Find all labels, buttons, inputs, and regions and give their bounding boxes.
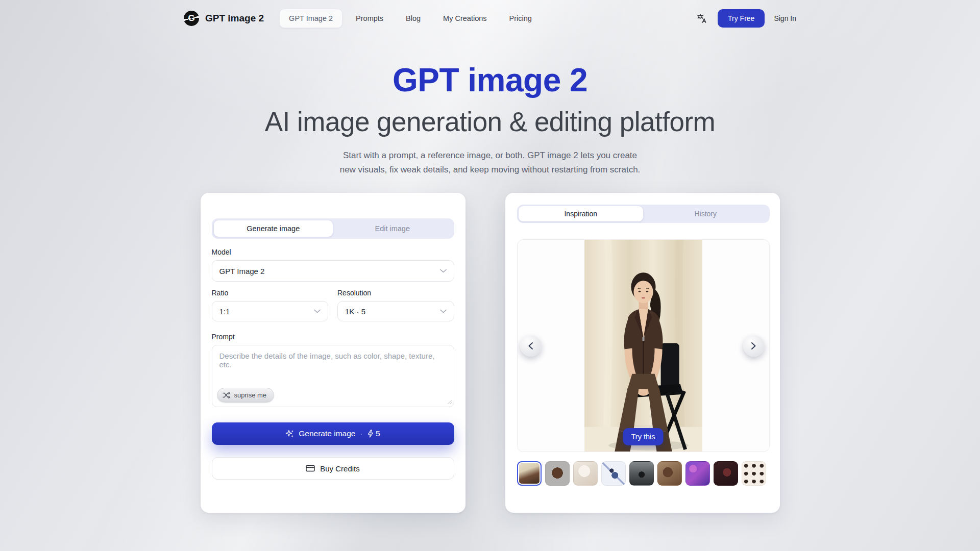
zap-icon: [367, 430, 374, 438]
resolution-field: Resolution 1K · 5: [337, 289, 454, 321]
try-free-button[interactable]: Try Free: [718, 9, 765, 28]
nav-item-prompts[interactable]: Prompts: [347, 9, 393, 28]
button-separator: ·: [360, 430, 362, 438]
hero-description: Start with a prompt, a reference image, …: [0, 148, 980, 177]
page-subtitle: AI image generation & editing platform: [0, 106, 980, 137]
hero-description-line2: new visuals, fix weak details, and keep …: [340, 165, 641, 174]
model-value: GPT Image 2: [219, 267, 265, 276]
generator-card: Generate imageEdit image Model GPT Image…: [201, 193, 465, 513]
credit-cost: 5: [367, 429, 380, 438]
inspiration-image[interactable]: [584, 240, 702, 452]
thumbnail-leopard-jacket-pose[interactable]: [545, 461, 570, 486]
resolution-select[interactable]: 1K · 5: [337, 301, 454, 321]
inspiration-card: InspirationHistory: [505, 193, 780, 513]
generate-image-label: Generate image: [299, 429, 355, 438]
thumbnail-portrait-grid[interactable]: [742, 461, 766, 486]
resize-handle[interactable]: [447, 399, 452, 405]
chevron-down-icon: [440, 309, 447, 313]
resolution-label: Resolution: [337, 289, 454, 297]
surprise-me-button[interactable]: suprise me: [217, 388, 275, 403]
logo-letter: G: [188, 13, 194, 23]
chevron-down-icon: [314, 309, 321, 313]
generator-tabbar: Generate imageEdit image: [212, 218, 454, 239]
nav-item-pricing[interactable]: Pricing: [500, 9, 541, 28]
model-label: Model: [212, 248, 454, 256]
ratio-value: 1:1: [219, 307, 230, 316]
chevron-left-icon: [528, 342, 533, 350]
buy-credits-button[interactable]: Buy Credits: [212, 457, 454, 480]
try-this-button[interactable]: Try this: [623, 428, 664, 445]
nav-item-my-creations[interactable]: My Creations: [434, 9, 496, 28]
language-icon[interactable]: [695, 12, 708, 25]
header-right: Try Free Sign In: [695, 9, 796, 28]
credit-count: 5: [376, 429, 380, 438]
brand-name: GPT image 2: [205, 13, 264, 24]
thumbnail-brown-outfit-portrait[interactable]: [517, 461, 542, 486]
nav-item-blog[interactable]: Blog: [397, 9, 430, 28]
surprise-me-label: suprise me: [234, 391, 267, 399]
credit-card-icon: [306, 465, 315, 472]
generator-tab-edit-image[interactable]: Edit image: [333, 220, 452, 237]
sparkles-icon: [285, 430, 294, 438]
generator-tab-generate-image[interactable]: Generate image: [214, 220, 333, 237]
buy-credits-label: Buy Credits: [320, 464, 360, 473]
nav-item-gpt-image-2[interactable]: GPT Image 2: [279, 9, 342, 28]
nav-links: GPT Image 2PromptsBlogMy CreationsPricin…: [279, 9, 541, 28]
ratio-field: Ratio 1:1: [212, 289, 329, 321]
chevron-down-icon: [440, 269, 447, 273]
thumbnail-night-road-scene[interactable]: [629, 461, 654, 486]
page-title: GPT image 2: [0, 61, 980, 99]
inspiration-tab-inspiration[interactable]: Inspiration: [519, 206, 644, 221]
generate-image-button[interactable]: Generate image · 5: [212, 422, 454, 445]
prompt-wrap: suprise me: [212, 345, 454, 407]
sign-in-link[interactable]: Sign In: [774, 14, 796, 22]
thumbnail-white-dress-recline[interactable]: [573, 461, 598, 486]
ratio-select[interactable]: 1:1: [212, 301, 329, 321]
carousel-next-button[interactable]: [743, 335, 765, 357]
carousel-prev-button[interactable]: [520, 335, 542, 357]
brand[interactable]: G GPT image 2: [184, 11, 264, 26]
hero-description-line1: Start with a prompt, a reference image, …: [343, 151, 637, 160]
model-select[interactable]: GPT Image 2: [212, 260, 454, 282]
thumbnail-dark-bar-scene[interactable]: [714, 461, 738, 486]
prompt-label: Prompt: [212, 333, 454, 341]
thumbnail-blue-sketch-illustration[interactable]: [601, 461, 626, 486]
chevron-right-icon: [751, 342, 756, 350]
header: G GPT image 2 GPT Image 2PromptsBlogMy C…: [184, 0, 796, 37]
thumbnail-strip: [517, 461, 770, 486]
logo-icon: G: [184, 11, 199, 26]
shuffle-icon: [223, 392, 230, 398]
resolution-value: 1K · 5: [345, 307, 365, 316]
inspiration-tabbar: InspirationHistory: [517, 205, 770, 223]
inspiration-tab-history[interactable]: History: [643, 206, 768, 221]
thumbnail-neon-purple-smileys[interactable]: [685, 461, 710, 486]
hero: GPT image 2 AI image generation & editin…: [0, 61, 980, 177]
ratio-label: Ratio: [212, 289, 329, 297]
thumbnail-cafe-brown-dress[interactable]: [657, 461, 682, 486]
inspiration-carousel: Try this: [517, 239, 770, 452]
